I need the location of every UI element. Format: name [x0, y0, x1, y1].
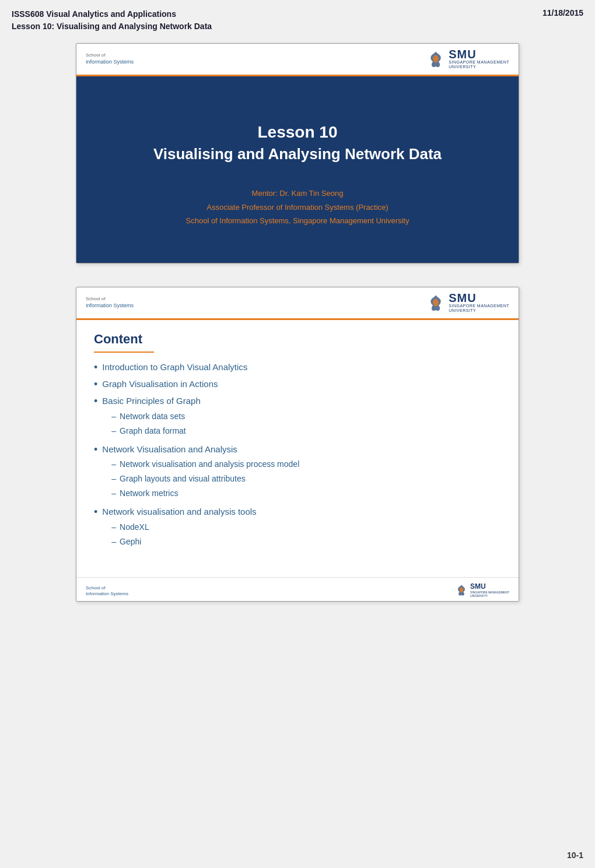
item-label: Graph Visualisation in Actions	[102, 379, 218, 389]
list-item: • Network Visualisation and Analysis – N…	[94, 443, 501, 502]
bullet-icon: •	[94, 443, 97, 456]
slide2-school-label: School of	[86, 296, 134, 302]
slide1-school-info: School of Information Systems	[86, 52, 134, 65]
course-line1: ISSS608 Visual Analytics and Application…	[12, 8, 212, 20]
sub-item-text: Network metrics	[120, 487, 178, 500]
svg-point-2	[460, 587, 464, 592]
footer-smu-name: SMU	[470, 582, 509, 591]
list-item-text: Graph Visualisation in Actions	[102, 378, 218, 391]
slide1-body: Lesson 10 Visualising and Analysing Netw…	[76, 76, 519, 263]
footer-school-label: School of	[86, 585, 128, 591]
slide2-smu-line1: SINGAPORE MANAGEMENT	[449, 304, 509, 308]
slide2-school-info: School of Information Systems	[86, 296, 134, 309]
content-title: Content	[94, 332, 154, 353]
list-item-text: Basic Principles of Graph – Network data…	[102, 395, 200, 440]
footer-school-name: Information Systems	[86, 591, 128, 597]
footer-smu-icon	[455, 584, 468, 596]
list-item-text: Introduction to Graph Visual Analytics	[102, 361, 247, 374]
dash-icon: –	[111, 536, 116, 548]
sub-list: – Network data sets – Graph data format	[102, 410, 200, 437]
content-list: • Introduction to Graph Visual Analytics…	[94, 361, 501, 550]
dash-icon: –	[111, 410, 116, 423]
slide2-smu-logo: SMU SINGAPORE MANAGEMENT UNIVERSITY	[426, 292, 509, 314]
svg-point-1	[433, 299, 439, 307]
course-line2: Lesson 10: Visualising and Analysing Net…	[12, 20, 212, 33]
list-item-text: Network visualisation and analysis tools…	[102, 505, 256, 550]
sub-item-text: Graph layouts and visual attributes	[120, 473, 246, 485]
slide2-smu-text: SMU SINGAPORE MANAGEMENT UNIVERSITY	[449, 292, 509, 314]
slide1-smu-logo: SMU SINGAPORE MANAGEMENT UNIVERSITY	[426, 48, 509, 70]
sub-list-item: – Graph data format	[102, 425, 200, 437]
list-item-text: Network Visualisation and Analysis – Net…	[102, 443, 299, 502]
smu-logo-icon	[426, 50, 445, 68]
slide2-school-name: Information Systems	[86, 303, 134, 310]
mentor-line2: Associate Professor of Information Syste…	[186, 201, 410, 214]
sub-item-text: NodeXL	[120, 521, 149, 533]
sub-list: – NodeXL – Gephi	[102, 521, 256, 548]
list-item: • Network visualisation and analysis too…	[94, 505, 501, 550]
sub-list-item: – NodeXL	[102, 521, 256, 533]
sub-list-item: – Network metrics	[102, 487, 299, 500]
dash-icon: –	[111, 487, 116, 500]
slide2-header: School of Information Systems SMU SINGAP…	[76, 287, 519, 320]
slide1-smu-name: SMU	[449, 48, 509, 60]
slide1-school-label: School of	[86, 52, 134, 58]
slide1-header: School of Information Systems SMU SINGAP…	[76, 44, 519, 76]
header-course-info: ISSS608 Visual Analytics and Application…	[12, 8, 212, 33]
mentor-line3: School of Information Systems, Singapore…	[186, 214, 410, 227]
slide1-smu-text: SMU SINGAPORE MANAGEMENT UNIVERSITY	[449, 48, 509, 70]
item-label: Introduction to Graph Visual Analytics	[102, 362, 247, 372]
mentor-line1: Mentor: Dr. Kam Tin Seong	[186, 187, 410, 200]
sub-list-item: – Network visualisation and analysis pro…	[102, 458, 299, 470]
item-label: Network Visualisation and Analysis	[102, 444, 237, 454]
header-date: 11/18/2015	[542, 8, 583, 17]
slide2-body: Content • Introduction to Graph Visual A…	[76, 320, 519, 577]
page-number: 10-1	[567, 851, 583, 860]
dash-icon: –	[111, 425, 116, 437]
slide2-smu-name: SMU	[449, 292, 509, 304]
slide1-smu-line1: SINGAPORE MANAGEMENT	[449, 60, 509, 65]
footer-smu-line1: SINGAPORE MANAGEMENT	[470, 591, 509, 594]
dash-icon: –	[111, 458, 116, 470]
slide1-lesson-title: Visualising and Analysing Network Data	[153, 145, 442, 163]
sub-list-item: – Graph layouts and visual attributes	[102, 473, 299, 485]
footer-smu-line2: UNIVERSITY	[470, 594, 509, 598]
slide2-smu-line2: UNIVERSITY	[449, 308, 509, 313]
bullet-icon: •	[94, 395, 97, 408]
slide-2: School of Information Systems SMU SINGAP…	[76, 287, 519, 602]
footer-smu-logo: SMU SINGAPORE MANAGEMENT UNIVERSITY	[455, 582, 509, 598]
bullet-icon: •	[94, 361, 97, 374]
slide1-mentor-info: Mentor: Dr. Kam Tin Seong Associate Prof…	[186, 187, 410, 227]
sub-list-item: – Network data sets	[102, 410, 200, 423]
slide1-smu-line2: UNIVERSITY	[449, 65, 509, 69]
slide1-lesson-number: Lesson 10	[258, 123, 338, 142]
footer-smu-text: SMU SINGAPORE MANAGEMENT UNIVERSITY	[470, 582, 509, 598]
sub-item-text: Gephi	[120, 536, 141, 548]
list-item: • Introduction to Graph Visual Analytics	[94, 361, 501, 374]
dash-icon: –	[111, 473, 116, 485]
list-item: • Basic Principles of Graph – Network da…	[94, 395, 501, 440]
list-item: • Graph Visualisation in Actions	[94, 378, 501, 391]
sub-item-text: Network visualisation and analysis proce…	[120, 458, 299, 470]
slide1-school-name: Information Systems	[86, 59, 134, 66]
slide-1: School of Information Systems SMU SINGAP…	[76, 43, 519, 263]
slide2-smu-logo-icon	[426, 293, 445, 312]
sub-item-text: Graph data format	[120, 425, 186, 437]
sub-item-text: Network data sets	[120, 410, 185, 423]
bullet-icon: •	[94, 378, 97, 391]
footer-school-info: School of Information Systems	[86, 585, 128, 598]
item-label: Basic Principles of Graph	[102, 396, 200, 406]
slide2-footer: School of Information Systems SMU SINGAP…	[76, 577, 519, 601]
svg-point-0	[433, 55, 439, 63]
sub-list-item: – Gephi	[102, 536, 256, 548]
dash-icon: –	[111, 521, 116, 533]
bullet-icon: •	[94, 505, 97, 519]
page-header: ISSS608 Visual Analytics and Application…	[0, 0, 595, 37]
sub-list: – Network visualisation and analysis pro…	[102, 458, 299, 500]
item-label: Network visualisation and analysis tools	[102, 507, 256, 516]
